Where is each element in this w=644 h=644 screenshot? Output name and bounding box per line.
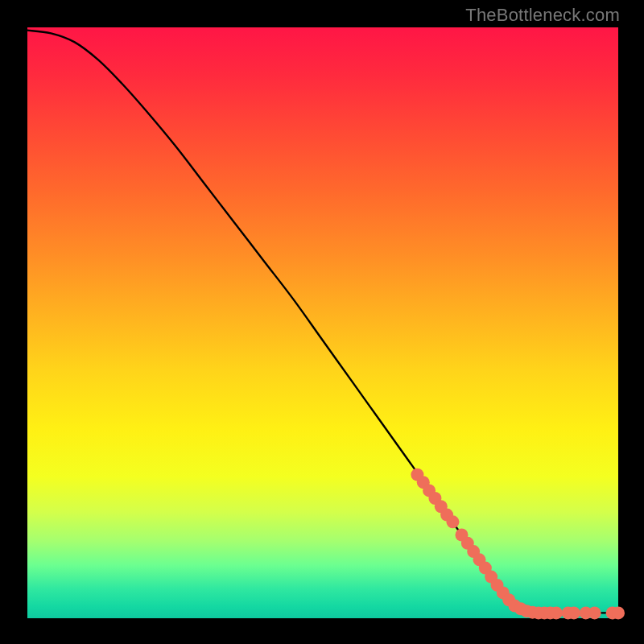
- highlight-point: [568, 606, 580, 619]
- bottleneck-curve: [27, 31, 618, 613]
- highlight-points-group: [411, 469, 625, 620]
- highlight-point: [550, 606, 563, 619]
- watermark-text: TheBottleneck.com: [465, 5, 620, 26]
- chart-svg: [27, 27, 618, 618]
- plot-area: [27, 27, 618, 618]
- highlight-point: [612, 606, 625, 619]
- highlight-point: [588, 606, 601, 619]
- chart-stage: TheBottleneck.com: [0, 0, 644, 644]
- highlight-point: [446, 515, 459, 528]
